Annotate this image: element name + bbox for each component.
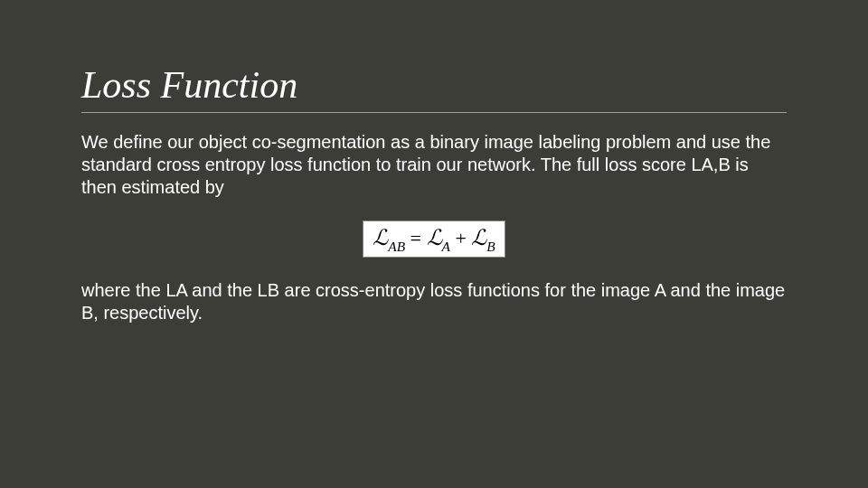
slide-paragraph-1: We define our object co-segmentation as … [81,131,787,199]
equation-container: ℒAB = ℒA + ℒB [81,221,787,258]
loss-equation: ℒAB = ℒA + ℒB [363,221,505,258]
slide-title: Loss Function [81,63,787,113]
slide-paragraph-2: where the LA and the LB are cross-entrop… [81,279,787,324]
